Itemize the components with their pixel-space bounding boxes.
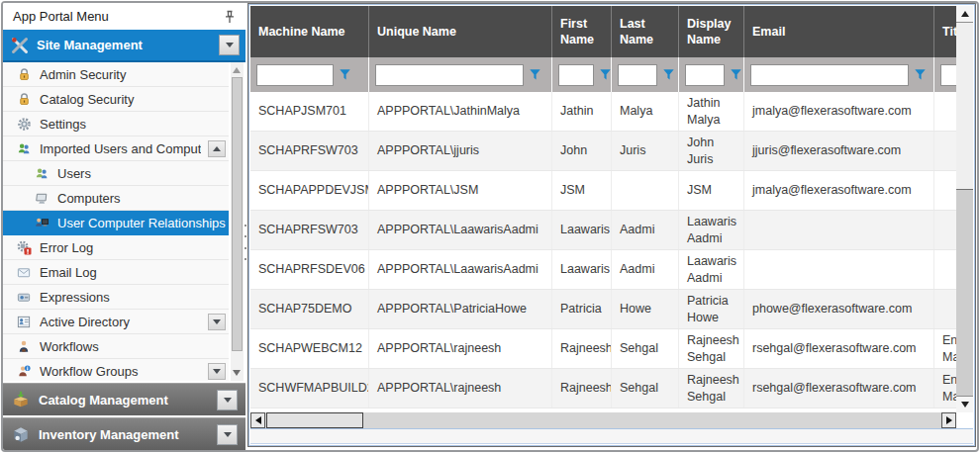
filter-funnel-icon[interactable] [339,68,351,81]
cell-machine[interactable]: SCHAPWEBCM12 [250,329,369,368]
cell-machine[interactable]: SCHAP75DEMO [250,290,369,328]
scroll-left-button[interactable] [250,412,265,428]
cell-title[interactable] [934,250,956,289]
collapse-arrow-button[interactable] [208,140,226,157]
table-row[interactable]: SCHAPRFSDEV06APPPORTAL\LaawarisAadmiLaaw… [250,250,956,290]
filter-input-title[interactable] [940,64,956,86]
filter-funnel-icon[interactable] [730,68,742,81]
cell-unique[interactable]: APPPORTAL\JSM [369,171,552,210]
expand-arrow-button[interactable] [208,363,226,380]
cell-first[interactable]: John [552,132,612,170]
table-row[interactable]: SCHAPAPPDEVJSMAPPPORTAL\JSMJSMJSMjmalya@… [250,171,956,211]
cell-last[interactable]: Howe [612,290,679,328]
sidebar-item-workflow-groups[interactable]: Workflow Groups [3,359,229,381]
scroll-up-button[interactable] [956,6,973,23]
cell-title[interactable] [934,132,956,170]
cell-email[interactable]: rsehgal@flexerasoftware.com [744,369,934,408]
cell-email[interactable]: rsehgal@flexerasoftware.com [744,329,934,368]
catalog-management-dropdown-button[interactable] [217,390,238,410]
cell-email[interactable] [744,250,934,289]
cell-first[interactable]: Patricia [552,290,612,328]
cell-last[interactable] [612,171,679,210]
cell-display[interactable]: JSM [679,171,744,210]
site-management-dropdown-button[interactable] [219,35,240,55]
sidebar-item-active-directory[interactable]: Active Directory [3,310,229,334]
table-row[interactable]: SCHAPJSM701APPPORTAL\JathinMalyaJathinMa… [250,92,956,132]
cell-machine[interactable]: SCHAPRFSW703 [250,211,369,249]
cell-display[interactable]: Patricia Howe [679,290,744,328]
expand-arrow-button[interactable] [208,314,226,330]
cell-email[interactable]: jmalya@flexerasoftware.com [744,92,934,131]
cell-title[interactable] [934,171,956,210]
sidebar-section-inventory-management[interactable]: Inventory Management [3,417,245,450]
sidebar-section-catalog-management[interactable]: Catalog Management [3,383,245,415]
cell-last[interactable]: Juris [612,132,679,170]
cell-display[interactable]: Laawaris Aadmi [679,211,744,249]
cell-machine[interactable]: SCHAPRFSW703 [250,132,369,170]
scroll-down-button[interactable] [956,396,973,412]
cell-machine[interactable]: SCHAPRFSDEV06 [250,250,369,289]
cell-last[interactable]: Aadmi [612,211,679,249]
column-header-title[interactable]: Title [934,6,956,57]
sidebar-scrollbar[interactable] [231,62,244,381]
cell-title[interactable] [934,211,956,249]
cell-last[interactable]: Sehgal [612,369,679,408]
cell-unique[interactable]: APPPORTAL\LaawarisAadmi [369,211,552,249]
horizontal-scroll-thumb[interactable] [266,412,363,428]
cell-title[interactable] [934,290,956,328]
sidebar-scroll-down-icon[interactable] [233,370,241,376]
filter-funnel-icon[interactable] [599,68,612,81]
sidebar-item-error-log[interactable]: Error Log [3,235,229,260]
sidebar-item-settings[interactable]: Settings [3,112,229,136]
filter-input-machine-name[interactable] [256,64,334,86]
cell-display[interactable]: Rajneesh Sehgal [679,329,744,368]
cell-display[interactable]: John Juris [679,132,744,170]
cell-email[interactable]: jmalya@flexerasoftware.com [744,171,934,210]
table-row[interactable]: SCHAPWEBCM12APPPORTAL\rajneeshRajneeshSe… [250,329,956,369]
inventory-management-dropdown-button[interactable] [217,424,238,445]
column-header-email[interactable]: Email [744,6,934,57]
sidebar-scroll-thumb[interactable] [232,77,243,351]
filter-funnel-icon[interactable] [914,68,927,81]
filter-funnel-icon[interactable] [529,68,541,81]
table-row[interactable]: SCHAP75DEMOAPPPORTAL\PatriciaHowePatrici… [250,290,956,329]
cell-first[interactable]: Rajneesh [552,329,612,368]
cell-unique[interactable]: APPPORTAL\rajneesh [369,369,552,408]
cell-first[interactable]: JSM [552,171,612,210]
sidebar-item-imported-users-and-computers[interactable]: Imported Users and Computers [3,136,229,161]
cell-machine[interactable]: SCHAPJSM701 [250,92,369,131]
cell-machine[interactable]: SCHAPAPPDEVJSM [250,171,369,210]
cell-display[interactable]: Rajneesh Sehgal [679,369,744,408]
table-row[interactable]: SCHWFMAPBUILD2APPPORTAL\rajneeshRajneesh… [250,369,956,409]
pin-icon[interactable] [224,10,236,24]
cell-unique[interactable]: APPPORTAL\PatriciaHowe [369,290,552,328]
cell-unique[interactable]: APPPORTAL\LaawarisAadmi [369,250,552,289]
cell-unique[interactable]: APPPORTAL\jjuris [369,132,552,170]
sidebar-item-user-computer-relationships[interactable]: User Computer Relationships [3,211,229,235]
cell-email[interactable]: phowe@flexerasoftware.com [744,290,934,328]
vertical-scrollbar[interactable] [956,6,973,412]
vertical-scroll-thumb[interactable] [956,23,973,190]
cell-email[interactable] [744,211,934,249]
cell-last[interactable]: Sehgal [612,329,679,368]
cell-title[interactable] [934,92,956,131]
scroll-right-button[interactable] [941,412,956,428]
cell-first[interactable]: Laawaris [552,250,612,289]
cell-first[interactable]: Jathin [552,92,612,131]
sidebar-item-workflows[interactable]: Workflows [3,334,229,359]
sidebar-item-catalog-security[interactable]: Catalog Security [3,87,229,112]
cell-first[interactable]: Laawaris [552,211,612,249]
cell-email[interactable]: jjuris@flexerasoftware.com [744,132,934,170]
cell-display[interactable]: Laawaris Aadmi [679,250,744,289]
cell-title[interactable]: Engineering Manager [934,369,956,408]
filter-funnel-icon[interactable] [662,68,675,81]
column-header-machine-name[interactable]: Machine Name [250,6,369,57]
column-header-unique-name[interactable]: Unique Name [369,6,552,57]
cell-machine[interactable]: SCHWFMAPBUILD2 [250,369,369,408]
cell-first[interactable]: Rajneesh [552,369,612,408]
sidebar-scroll-up-icon[interactable] [233,67,241,73]
filter-input-last-name[interactable] [618,64,657,86]
filter-input-display-name[interactable] [685,64,725,86]
cell-unique[interactable]: APPPORTAL\JathinMalya [369,92,552,131]
sidebar-item-expressions[interactable]: Expressions [3,285,229,310]
